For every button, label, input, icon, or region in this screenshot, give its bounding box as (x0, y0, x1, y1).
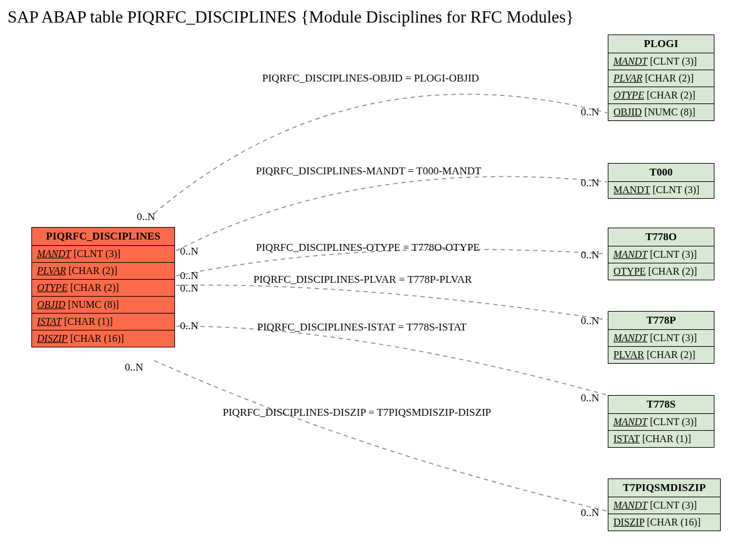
field-row: ISTAT [CHAR (1)] (32, 314, 174, 330)
field-row: MANDT [CLNT (3)] (608, 53, 714, 70)
relation-label: PIQRFC_DISCIPLINES-OBJID = PLOGI-OBJID (262, 72, 479, 85)
relation-label: PIQRFC_DISCIPLINES-OTYPE = T778O-OTYPE (256, 241, 480, 254)
cardinality-label: 0..N (137, 211, 155, 223)
field-row: PLVAR [CHAR (2)] (608, 347, 714, 363)
entity-header: PLOGI (608, 35, 714, 53)
diagram-title: SAP ABAP table PIQRFC_DISCIPLINES {Modul… (8, 8, 574, 27)
entity-header: PIQRFC_DISCIPLINES (32, 228, 174, 246)
field-row: MANDT [CLNT (3)] (608, 182, 714, 198)
cardinality-label: 0..N (180, 245, 198, 258)
field-row: MANDT [CLNT (3)] (608, 330, 714, 347)
entity-t778p: T778P MANDT [CLNT (3)] PLVAR [CHAR (2)] (608, 311, 714, 364)
entity-header: T000 (608, 164, 714, 182)
entity-t778s: T778S MANDT [CLNT (3)] ISTAT [CHAR (1)] (608, 395, 714, 448)
field-row: OTYPE [CHAR (2)] (32, 280, 174, 297)
field-row: PLVAR [CHAR (2)] (608, 70, 714, 87)
entity-t778o: T778O MANDT [CLNT (3)] OTYPE [CHAR (2)] (608, 228, 714, 280)
field-row: DISZIP [CHAR (16)] (32, 330, 174, 347)
relation-label: PIQRFC_DISCIPLINES-ISTAT = T778S-ISTAT (257, 321, 467, 334)
cardinality-label: 0..N (581, 249, 599, 262)
cardinality-label: 0..N (581, 315, 599, 327)
field-row: OTYPE [CHAR (2)] (608, 87, 714, 104)
field-row: OBJID [NUMC (8)] (32, 297, 174, 314)
cardinality-label: 0..N (125, 361, 143, 374)
cardinality-label: 0..N (180, 320, 198, 332)
cardinality-label: 0..N (180, 270, 198, 282)
cardinality-label: 0..N (581, 106, 599, 119)
relation-label: PIQRFC_DISCIPLINES-DISZIP = T7PIQSMDISZI… (223, 406, 491, 419)
entity-header: T7PIQSMDISZIP (608, 479, 720, 497)
field-row: MANDT [CLNT (3)] (608, 497, 720, 514)
field-row: OBJID [NUMC (8)] (608, 104, 714, 120)
field-row: OTYPE [CHAR (2)] (608, 263, 714, 280)
cardinality-label: 0..N (581, 507, 599, 519)
field-row: MANDT [CLNT (3)] (32, 246, 174, 263)
entity-header: T778O (608, 228, 714, 246)
relation-label: PIQRFC_DISCIPLINES-PLVAR = T778P-PLVAR (253, 273, 472, 286)
field-row: PLVAR [CHAR (2)] (32, 263, 174, 280)
entity-header: T778S (608, 396, 714, 414)
field-row: DISZIP [CHAR (16)] (608, 514, 720, 531)
cardinality-label: 0..N (581, 177, 599, 189)
cardinality-label: 0..N (581, 392, 599, 404)
field-row: MANDT [CLNT (3)] (608, 246, 714, 263)
cardinality-label: 0..N (180, 282, 198, 295)
entity-piqrfc-disciplines: PIQRFC_DISCIPLINES MANDT [CLNT (3)] PLVA… (31, 227, 175, 347)
entity-header: T778P (608, 312, 714, 330)
entity-t7piqsmdiszip: T7PIQSMDISZIP MANDT [CLNT (3)] DISZIP [C… (608, 478, 721, 531)
entity-plogi: PLOGI MANDT [CLNT (3)] PLVAR [CHAR (2)] … (608, 34, 714, 121)
entity-t000: T000 MANDT [CLNT (3)] (608, 163, 714, 199)
field-row: ISTAT [CHAR (1)] (608, 431, 714, 447)
relation-label: PIQRFC_DISCIPLINES-MANDT = T000-MANDT (256, 165, 481, 177)
field-row: MANDT [CLNT (3)] (608, 414, 714, 431)
